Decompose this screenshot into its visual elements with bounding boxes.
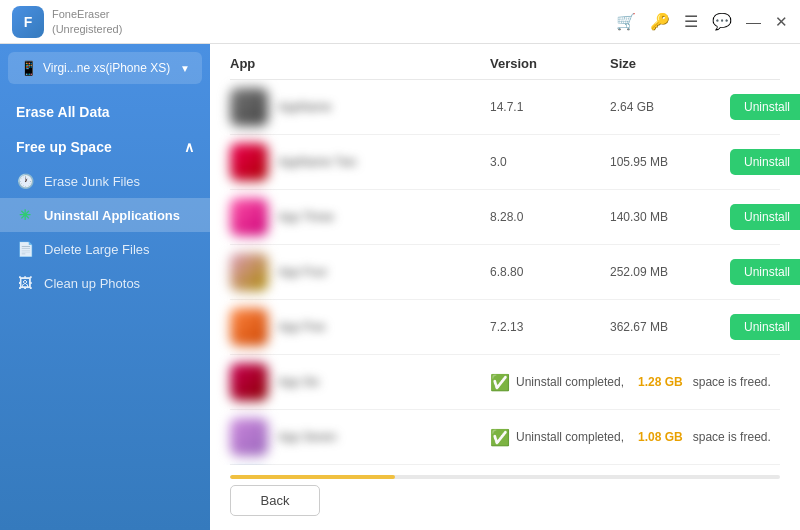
title-bar-controls: 🛒 🔑 ☰ 💬 — ✕	[616, 12, 788, 31]
erase-junk-label: Erase Junk Files	[44, 174, 140, 189]
menu-icon[interactable]: ☰	[684, 12, 698, 31]
app-cell: App Four	[230, 253, 490, 291]
uninstall-button[interactable]: Uninstall	[730, 314, 800, 340]
action-cell: Uninstall	[730, 149, 800, 175]
table-row: App Six ✅ Uninstall completed, 1.28 GB s…	[230, 355, 780, 410]
trail-text: space is freed.	[693, 375, 771, 389]
action-cell: Uninstall	[730, 259, 800, 285]
back-button[interactable]: Back	[230, 485, 320, 516]
action-cell: Uninstall	[730, 94, 800, 120]
free-up-section: Free up Space ∧ 🕐 Erase Junk Files ✳ Uni…	[0, 130, 210, 300]
size-cell: 140.30 MB	[610, 210, 730, 224]
app-cell: App Seven	[230, 418, 490, 456]
size-cell: 105.95 MB	[610, 155, 730, 169]
sidebar-item-clean-photos[interactable]: 🖼 Clean up Photos	[0, 266, 210, 300]
chat-icon[interactable]: 💬	[712, 12, 732, 31]
size-cell: 2.64 GB	[610, 100, 730, 114]
app-icon	[230, 198, 268, 236]
size-cell: 252.09 MB	[610, 265, 730, 279]
completed-cell: ✅ Uninstall completed, 1.28 GB space is …	[490, 373, 800, 392]
uninstall-button[interactable]: Uninstall	[730, 149, 800, 175]
sidebar-item-delete-large[interactable]: 📄 Delete Large Files	[0, 232, 210, 266]
app-name-text: AppName Two	[278, 155, 357, 169]
sidebar-item-uninstall-apps[interactable]: ✳ Uninstall Applications	[0, 198, 210, 232]
uninstall-button[interactable]: Uninstall	[730, 259, 800, 285]
uninstall-button[interactable]: Uninstall	[730, 94, 800, 120]
device-icon: 📱	[20, 60, 37, 76]
uninstall-apps-label: Uninstall Applications	[44, 208, 180, 223]
minimize-button[interactable]: —	[746, 13, 761, 30]
col-action	[730, 56, 800, 71]
freed-size: 1.28 GB	[638, 375, 683, 389]
erase-all-data-label[interactable]: Erase All Data	[0, 92, 210, 126]
content-area: App Version Size AppName 14.7.1 2.64 GB …	[210, 44, 800, 530]
table-header: App Version Size	[230, 44, 780, 80]
collapse-icon: ∧	[184, 139, 194, 155]
erase-section: Erase All Data	[0, 92, 210, 126]
app-name-text: AppName	[278, 100, 331, 114]
key-icon[interactable]: 🔑	[650, 12, 670, 31]
main-layout: 📱 Virgi...ne xs(iPhone XS) ▼ Erase All D…	[0, 44, 800, 530]
cart-icon[interactable]: 🛒	[616, 12, 636, 31]
uninstall-button[interactable]: Uninstall	[730, 204, 800, 230]
col-size: Size	[610, 56, 730, 71]
app-icon	[230, 308, 268, 346]
table-row: App Four 6.8.80 252.09 MB Uninstall	[230, 245, 780, 300]
table-row: App Three 8.28.0 140.30 MB Uninstall	[230, 190, 780, 245]
title-bar: F FoneEraser (Unregistered) 🛒 🔑 ☰ 💬 — ✕	[0, 0, 800, 44]
title-bar-left: F FoneEraser (Unregistered)	[12, 6, 122, 38]
app-logo: F	[12, 6, 44, 38]
app-icon	[230, 143, 268, 181]
free-up-space-header[interactable]: Free up Space ∧	[0, 130, 210, 164]
version-cell: 6.8.80	[490, 265, 610, 279]
col-version: Version	[490, 56, 610, 71]
version-cell: 3.0	[490, 155, 610, 169]
app-name-text: App Five	[278, 320, 325, 334]
app-table: App Version Size AppName 14.7.1 2.64 GB …	[210, 44, 800, 465]
app-cell: App Three	[230, 198, 490, 236]
device-selector[interactable]: 📱 Virgi...ne xs(iPhone XS) ▼	[8, 52, 202, 84]
size-cell: 362.67 MB	[610, 320, 730, 334]
completed-cell: ✅ Uninstall completed, 1.08 GB space is …	[490, 428, 800, 447]
table-row: App Seven ✅ Uninstall completed, 1.08 GB…	[230, 410, 780, 465]
table-row: App Five 7.2.13 362.67 MB Uninstall	[230, 300, 780, 355]
sidebar: 📱 Virgi...ne xs(iPhone XS) ▼ Erase All D…	[0, 44, 210, 530]
table-row: AppName 14.7.1 2.64 GB Uninstall	[230, 80, 780, 135]
app-icon	[230, 418, 268, 456]
version-cell: 7.2.13	[490, 320, 610, 334]
app-name-text: App Three	[278, 210, 334, 224]
photos-icon: 🖼	[16, 275, 34, 291]
sidebar-item-erase-junk[interactable]: 🕐 Erase Junk Files	[0, 164, 210, 198]
app-name: FoneEraser (Unregistered)	[52, 7, 122, 36]
version-cell: 14.7.1	[490, 100, 610, 114]
freed-size: 1.08 GB	[638, 430, 683, 444]
app-icon	[230, 253, 268, 291]
completed-text: Uninstall completed,	[516, 430, 624, 444]
apps-icon: ✳	[16, 207, 34, 223]
close-button[interactable]: ✕	[775, 13, 788, 31]
app-cell: AppName	[230, 88, 490, 126]
chevron-down-icon: ▼	[180, 63, 190, 74]
app-name-text: App Seven	[278, 430, 337, 444]
app-cell: App Six	[230, 363, 490, 401]
app-name-text: App Six	[278, 375, 319, 389]
app-name-text: App Four	[278, 265, 327, 279]
action-cell: Uninstall	[730, 204, 800, 230]
version-cell: 8.28.0	[490, 210, 610, 224]
app-cell: AppName Two	[230, 143, 490, 181]
app-icon	[230, 363, 268, 401]
check-icon: ✅	[490, 373, 510, 392]
col-app: App	[230, 56, 490, 71]
clean-photos-label: Clean up Photos	[44, 276, 140, 291]
clock-icon: 🕐	[16, 173, 34, 189]
content-footer: Back	[210, 465, 800, 530]
trail-text: space is freed.	[693, 430, 771, 444]
completed-text: Uninstall completed,	[516, 375, 624, 389]
file-icon: 📄	[16, 241, 34, 257]
action-cell: Uninstall	[730, 314, 800, 340]
delete-large-label: Delete Large Files	[44, 242, 150, 257]
app-cell: App Five	[230, 308, 490, 346]
app-icon	[230, 88, 268, 126]
progress-fill	[230, 475, 395, 479]
check-icon: ✅	[490, 428, 510, 447]
